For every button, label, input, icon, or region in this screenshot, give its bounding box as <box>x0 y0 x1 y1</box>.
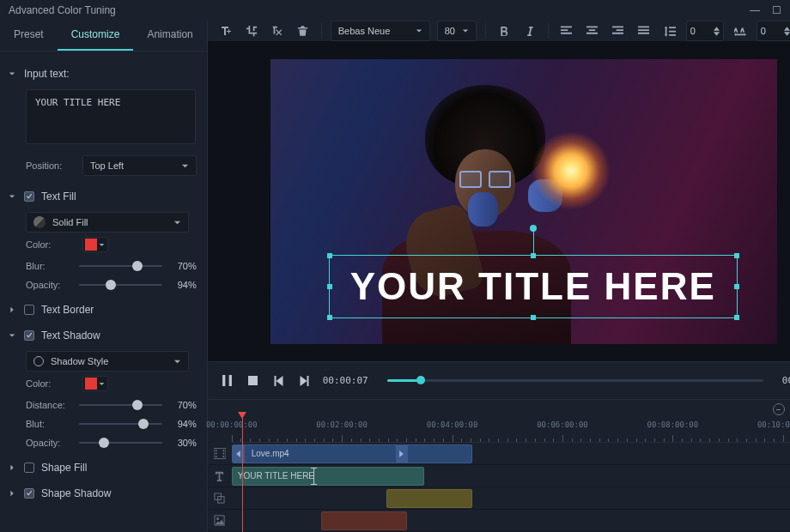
pause-button[interactable] <box>220 373 235 389</box>
shadow-blur-slider[interactable] <box>79 418 162 430</box>
add-text-icon[interactable] <box>216 21 235 40</box>
chevron-down-icon <box>173 358 181 366</box>
text-shadow-checkbox[interactable] <box>24 330 34 341</box>
next-frame-button[interactable] <box>297 373 313 389</box>
reset-text-icon[interactable] <box>268 21 287 40</box>
tab-preset[interactable]: Preset <box>0 21 58 51</box>
chevron-down-icon[interactable] <box>7 69 17 79</box>
letter-spacing-input[interactable]: 0 <box>686 21 724 41</box>
chevron-down-icon[interactable] <box>7 191 17 202</box>
window-title: Advanced Color Tuning <box>9 4 116 16</box>
shadow-blur-label: Blut: <box>26 419 74 429</box>
title-clip-label: YOUR TITLE HERE <box>238 471 314 481</box>
align-right-icon[interactable] <box>609 21 628 40</box>
font-size-select[interactable]: 80 <box>437 21 477 41</box>
line-height-input[interactable]: 0 <box>757 21 790 41</box>
text-fill-checkbox[interactable] <box>24 191 34 202</box>
timeline-ruler[interactable]: 00:00:00:0000:02:00:0000:04:00:0000:06:0… <box>232 419 790 443</box>
video-track-icon <box>208 443 232 465</box>
resize-handle[interactable] <box>531 315 536 320</box>
preview-title-text: YOUR TITLE HERE <box>350 265 716 308</box>
chevron-up-icon <box>714 27 720 31</box>
distance-slider[interactable] <box>79 399 162 411</box>
title-bar: Advanced Color Tuning — ☐ <box>0 0 790 21</box>
align-justify-icon[interactable] <box>635 21 653 40</box>
color-swatch <box>85 378 97 390</box>
align-center-icon[interactable] <box>583 21 602 40</box>
tab-customize[interactable]: Customize <box>58 21 134 51</box>
shadow-color-label: Color: <box>26 378 74 389</box>
position-select[interactable]: Top Left <box>82 155 197 176</box>
fill-color-picker[interactable] <box>82 237 108 252</box>
total-time: 00:03:07 <box>782 375 790 386</box>
timeline: − 00:00:00:0000:02:00:0000:04:00:0000:06… <box>208 399 790 532</box>
video-clip[interactable]: Love.mp4 <box>232 444 472 463</box>
text-border-label: Text Border <box>41 304 94 316</box>
chevron-right-icon[interactable] <box>7 462 17 473</box>
text-track-icon <box>208 465 232 487</box>
shape-clip[interactable] <box>386 489 472 508</box>
title-clip[interactable]: YOUR TITLE HERE <box>232 467 424 486</box>
shape-track-icon <box>208 487 232 510</box>
opacity-slider[interactable] <box>79 279 162 291</box>
char-spacing-icon[interactable] <box>731 21 750 40</box>
preview-canvas[interactable]: YOUR TITLE HERE <box>270 59 777 344</box>
text-border-checkbox[interactable] <box>24 305 34 315</box>
title-bounding-box[interactable]: YOUR TITLE HERE <box>329 255 738 318</box>
resize-handle[interactable] <box>327 284 332 289</box>
svg-rect-0 <box>222 375 225 386</box>
chevron-down-icon[interactable] <box>7 330 17 341</box>
chevron-up-icon <box>784 27 790 31</box>
shape-shadow-checkbox[interactable] <box>24 488 34 499</box>
resize-handle[interactable] <box>327 315 332 320</box>
resize-handle[interactable] <box>531 253 536 258</box>
zoom-out-button[interactable]: − <box>773 403 785 415</box>
resize-handle[interactable] <box>734 253 739 258</box>
shadow-color-picker[interactable] <box>82 376 108 391</box>
fill-mode-select[interactable]: Solid Fill <box>26 212 189 233</box>
shadow-opacity-slider[interactable] <box>79 437 162 449</box>
delete-icon[interactable] <box>294 21 313 40</box>
chevron-down-icon <box>173 219 181 227</box>
title-textarea[interactable] <box>26 89 196 144</box>
chevron-right-icon[interactable] <box>7 488 17 499</box>
shape-fill-checkbox[interactable] <box>24 462 34 473</box>
side-panel: Preset Customize Animation Input text: P… <box>0 21 208 532</box>
shadow-blur-value: 94% <box>167 419 197 429</box>
svg-point-13 <box>217 517 220 520</box>
progress-slider[interactable] <box>387 379 763 382</box>
tab-animation[interactable]: Animation <box>133 21 206 51</box>
input-text-label: Input text: <box>24 68 70 80</box>
shadow-style-select[interactable]: Shadow Style <box>26 351 189 372</box>
bold-icon[interactable] <box>495 21 514 40</box>
maximize-button[interactable]: ☐ <box>772 4 781 16</box>
rotate-handle[interactable] <box>530 225 537 232</box>
video-clip-label: Love.mp4 <box>252 449 289 458</box>
crop-icon[interactable] <box>242 21 261 40</box>
chevron-down-icon <box>416 27 422 34</box>
chevron-down-icon <box>714 32 720 36</box>
resize-handle[interactable] <box>327 253 332 258</box>
stop-button[interactable] <box>246 373 261 389</box>
chevron-right-icon[interactable] <box>7 305 17 315</box>
prev-frame-button[interactable] <box>271 373 287 389</box>
text-fill-label: Text Fill <box>41 190 76 203</box>
shadow-opacity-value: 30% <box>167 438 197 448</box>
position-label: Position: <box>26 160 74 171</box>
resize-handle[interactable] <box>734 284 739 289</box>
blur-slider[interactable] <box>79 260 162 272</box>
clip-handle-right[interactable] <box>396 445 408 462</box>
shape-shadow-label: Shape Shadow <box>41 487 111 499</box>
minimize-button[interactable]: — <box>750 4 760 16</box>
image-clip[interactable] <box>321 511 407 530</box>
resize-handle[interactable] <box>734 315 739 320</box>
opacity-label: Opacity: <box>26 280 74 290</box>
align-left-icon[interactable] <box>557 21 576 40</box>
playhead[interactable] <box>242 417 243 532</box>
font-family-select[interactable]: Bebas Neue <box>331 21 430 41</box>
italic-icon[interactable] <box>520 21 539 40</box>
opacity-value: 94% <box>167 280 197 290</box>
chevron-down-icon <box>784 32 790 36</box>
svg-rect-1 <box>229 375 232 386</box>
line-spacing-icon[interactable] <box>660 21 679 40</box>
